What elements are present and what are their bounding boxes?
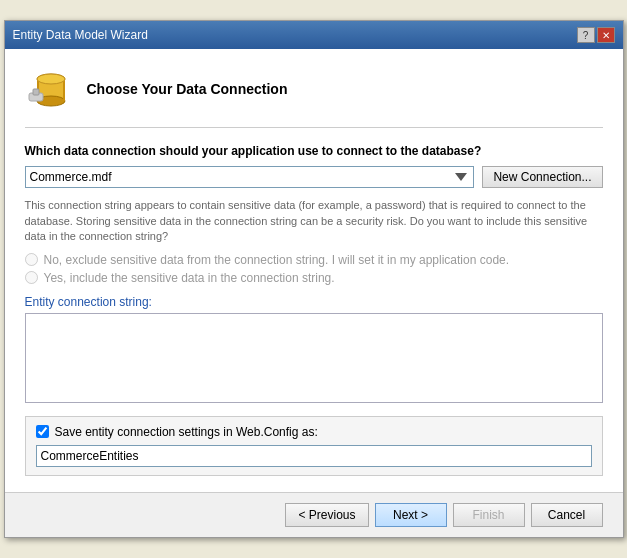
- save-checkbox[interactable]: [36, 425, 49, 438]
- sensitive-description: This connection string appears to contai…: [25, 198, 603, 244]
- conn-string-label: Entity connection string:: [25, 295, 603, 309]
- svg-rect-4: [63, 79, 65, 101]
- database-icon: [25, 65, 73, 113]
- radio-no-label: No, exclude sensitive data from the conn…: [44, 253, 510, 267]
- svg-point-5: [37, 74, 65, 84]
- conn-string-textarea[interactable]: [25, 313, 603, 403]
- help-button[interactable]: ?: [577, 27, 595, 43]
- save-name-input[interactable]: [36, 445, 592, 467]
- save-label: Save entity connection settings in Web.C…: [55, 425, 318, 439]
- radio-yes-label: Yes, include the sensitive data in the c…: [44, 271, 335, 285]
- radio-yes[interactable]: [25, 271, 38, 284]
- cancel-button[interactable]: Cancel: [531, 503, 603, 527]
- title-bar: Entity Data Model Wizard ? ✕: [5, 21, 623, 49]
- connection-row: Commerce.mdf New Connection...: [25, 166, 603, 188]
- question-label: Which data connection should your applic…: [25, 144, 603, 158]
- finish-button[interactable]: Finish: [453, 503, 525, 527]
- save-checkbox-row: Save entity connection settings in Web.C…: [36, 425, 592, 439]
- radio-item-yes: Yes, include the sensitive data in the c…: [25, 271, 603, 285]
- close-button[interactable]: ✕: [597, 27, 615, 43]
- header-title: Choose Your Data Connection: [87, 81, 288, 97]
- wizard-window: Entity Data Model Wizard ? ✕: [4, 20, 624, 537]
- radio-no[interactable]: [25, 253, 38, 266]
- sensitive-radio-group: No, exclude sensitive data from the conn…: [25, 253, 603, 285]
- radio-item-no: No, exclude sensitive data from the conn…: [25, 253, 603, 267]
- header-section: Choose Your Data Connection: [25, 65, 603, 128]
- title-bar-text: Entity Data Model Wizard: [13, 28, 148, 42]
- svg-rect-7: [33, 89, 39, 95]
- connection-select[interactable]: Commerce.mdf: [25, 166, 475, 188]
- new-connection-button[interactable]: New Connection...: [482, 166, 602, 188]
- next-button[interactable]: Next >: [375, 503, 447, 527]
- previous-button[interactable]: < Previous: [285, 503, 368, 527]
- footer: < Previous Next > Finish Cancel: [5, 492, 623, 537]
- save-section: Save entity connection settings in Web.C…: [25, 416, 603, 476]
- main-content: Choose Your Data Connection Which data c…: [5, 49, 623, 491]
- title-bar-buttons: ? ✕: [577, 27, 615, 43]
